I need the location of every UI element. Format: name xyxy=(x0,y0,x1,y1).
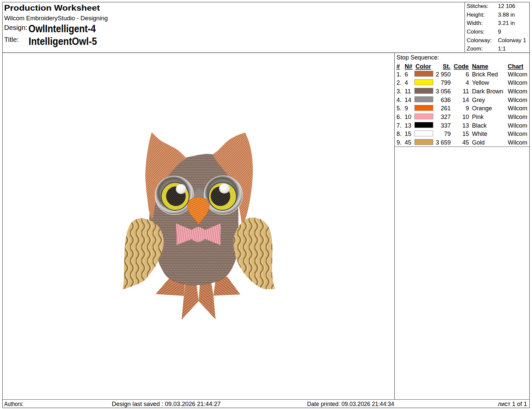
svg-text:13: 13 xyxy=(462,122,469,129)
svg-text:N#: N# xyxy=(405,63,412,70)
svg-text:3.88 in: 3.88 in xyxy=(498,12,515,18)
svg-text:14: 14 xyxy=(462,97,469,103)
svg-text:3 659: 3 659 xyxy=(436,139,451,146)
svg-text:Wilcom EmbroideryStudio - Desi: Wilcom EmbroideryStudio - Designing xyxy=(4,15,108,22)
svg-text:Design last saved : 09.03.2026: Design last saved : 09.03.2026 21:44:27 xyxy=(112,400,221,407)
svg-text:Black: Black xyxy=(472,122,487,129)
svg-text:Code: Code xyxy=(454,63,469,70)
svg-text:Date printed: 09.03.2026 21:44: Date printed: 09.03.2026 21:44:34 xyxy=(307,401,394,407)
svg-text:4: 4 xyxy=(466,79,469,86)
svg-text:Color: Color xyxy=(416,63,431,70)
svg-text:14: 14 xyxy=(405,97,411,103)
svg-text:Authors:: Authors: xyxy=(4,401,24,407)
svg-text:10: 10 xyxy=(405,114,411,120)
svg-text:337: 337 xyxy=(441,122,451,129)
svg-text:Wilcom: Wilcom xyxy=(508,114,527,120)
svg-text:Yellow: Yellow xyxy=(472,79,489,86)
svg-text:9: 9 xyxy=(466,105,469,112)
svg-text:Brick Red: Brick Red xyxy=(472,71,498,78)
svg-text:5.: 5. xyxy=(397,105,402,112)
svg-text:Wilcom: Wilcom xyxy=(508,71,527,78)
svg-text:45: 45 xyxy=(462,139,469,146)
svg-text:лист 1 of 1: лист 1 of 1 xyxy=(498,401,527,407)
svg-text:327: 327 xyxy=(441,114,451,120)
svg-text:Title:: Title: xyxy=(4,36,19,43)
svg-text:#: # xyxy=(397,63,400,70)
svg-text:Wilcom: Wilcom xyxy=(508,131,527,137)
svg-text:Stop Sequence:: Stop Sequence: xyxy=(397,54,439,61)
svg-text:4: 4 xyxy=(405,79,408,86)
svg-text:1.: 1. xyxy=(397,71,402,78)
svg-text:11: 11 xyxy=(463,88,469,95)
svg-text:Wilcom: Wilcom xyxy=(508,105,527,112)
svg-text:261: 261 xyxy=(441,105,451,112)
svg-text:Gold: Gold xyxy=(472,139,485,146)
svg-text:799: 799 xyxy=(441,79,451,86)
svg-text:15: 15 xyxy=(405,131,411,137)
svg-text:9.: 9. xyxy=(397,139,402,146)
svg-text:3.21 in: 3.21 in xyxy=(498,20,515,26)
svg-text:Wilcom: Wilcom xyxy=(508,88,527,95)
svg-text:45: 45 xyxy=(405,139,411,146)
svg-text:6.: 6. xyxy=(397,114,402,120)
svg-text:6: 6 xyxy=(405,71,408,78)
svg-text:Grey: Grey xyxy=(472,97,485,103)
svg-text:9: 9 xyxy=(498,29,501,35)
svg-text:13: 13 xyxy=(405,122,411,129)
svg-text:15: 15 xyxy=(462,131,469,137)
svg-text:636: 636 xyxy=(441,97,451,103)
svg-text:2.: 2. xyxy=(397,79,402,86)
svg-text:Height:: Height: xyxy=(467,12,485,18)
svg-text:Dark Brown: Dark Brown xyxy=(472,88,503,95)
svg-text:Colorway 1: Colorway 1 xyxy=(498,37,526,44)
svg-text:3.: 3. xyxy=(397,88,402,95)
svg-text:Chart: Chart xyxy=(508,63,523,70)
svg-text:12 106: 12 106 xyxy=(498,3,515,9)
svg-text:Width:: Width: xyxy=(467,20,483,26)
svg-text:Colorway:: Colorway: xyxy=(467,37,492,44)
svg-text:4.: 4. xyxy=(397,97,402,103)
svg-text:Wilcom: Wilcom xyxy=(508,139,527,146)
svg-text:1:1: 1:1 xyxy=(498,46,506,52)
svg-text:Wilcom: Wilcom xyxy=(508,97,527,103)
svg-text:IntelligentOwl-5: IntelligentOwl-5 xyxy=(29,36,97,47)
svg-text:Wilcom: Wilcom xyxy=(508,122,527,129)
svg-text:2 950: 2 950 xyxy=(436,71,451,78)
svg-text:3 056: 3 056 xyxy=(436,88,451,95)
svg-text:9: 9 xyxy=(405,105,408,112)
svg-text:10: 10 xyxy=(462,114,469,120)
svg-text:Name: Name xyxy=(472,63,488,70)
svg-text:Pink: Pink xyxy=(472,114,484,120)
svg-text:7.: 7. xyxy=(397,122,402,129)
svg-text:Wilcom: Wilcom xyxy=(508,79,527,86)
svg-text:Stitches:: Stitches: xyxy=(467,3,488,9)
svg-text:Zoom:: Zoom: xyxy=(467,46,483,52)
svg-text:Colors:: Colors: xyxy=(467,29,485,35)
svg-text:St.: St. xyxy=(443,63,450,70)
svg-text:Design:: Design: xyxy=(4,24,28,31)
svg-text:Orange: Orange xyxy=(472,105,492,112)
svg-text:OwlIntelligent-4: OwlIntelligent-4 xyxy=(29,23,96,35)
svg-text:Production Worksheet: Production Worksheet xyxy=(4,3,100,12)
svg-text:11: 11 xyxy=(405,88,411,95)
svg-text:6: 6 xyxy=(466,71,469,78)
svg-text:8.: 8. xyxy=(397,131,402,137)
svg-text:79: 79 xyxy=(444,131,451,137)
svg-text:White: White xyxy=(472,131,487,137)
